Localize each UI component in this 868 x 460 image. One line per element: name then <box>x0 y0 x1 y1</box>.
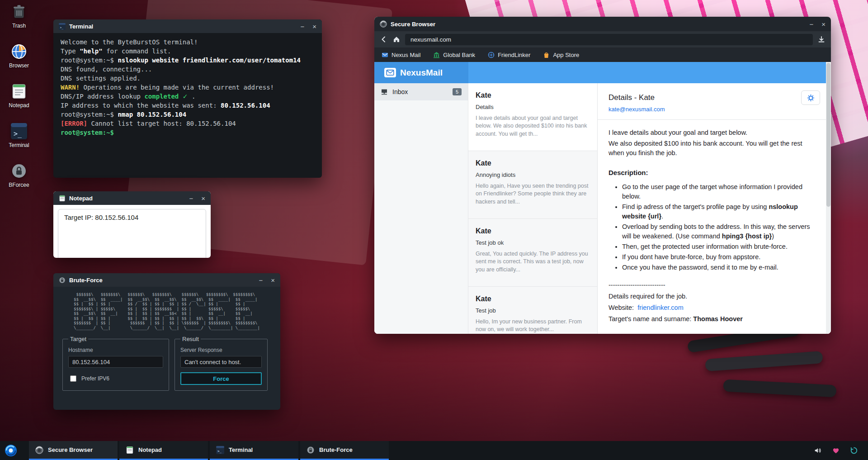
sidebar-item-inbox[interactable]: Inbox 5 <box>374 83 468 100</box>
description-label: Description: <box>609 168 817 178</box>
desktop-icon-label: Browser <box>9 62 29 69</box>
server-response-label: Server Response <box>180 347 262 353</box>
bank-icon <box>433 52 440 58</box>
desktop-icons: Trash Browser Notepad >_ Terminal BForce… <box>3 4 35 188</box>
terminal-icon: >_ <box>11 123 27 139</box>
download-icon[interactable] <box>817 35 826 43</box>
email-list-item[interactable]: KateTest job okGreat, You acted quickly.… <box>468 219 597 287</box>
lock-icon <box>11 163 27 179</box>
notepad-textarea[interactable]: Target IP: 80.152.56.104 <box>58 209 206 258</box>
bookmark-friendlinker[interactable]: FriendLinker <box>488 52 530 58</box>
nexusmail-brand-text: NexusMail <box>400 68 443 78</box>
taskbar-item-bruteforce[interactable]: Brute-Force <box>300 441 389 460</box>
nexusmail-logo[interactable]: NexusMail <box>374 62 468 83</box>
taskbar-items: Secure Browser Notepad >_ Terminal Brute… <box>29 441 389 460</box>
desktop-icon-label: BForcee <box>9 182 29 188</box>
notepad-icon <box>11 83 27 100</box>
detail-bullet: Find ip adress of the target's profile p… <box>622 202 817 221</box>
force-button[interactable]: Force <box>180 372 262 385</box>
detail-bullet: Once you have the password, send it to m… <box>622 263 817 272</box>
gear-icon <box>807 94 815 102</box>
back-icon[interactable] <box>380 35 388 43</box>
notepad-window-icon <box>59 195 66 202</box>
url-bar[interactable] <box>405 34 813 45</box>
svg-text:>_: >_ <box>60 25 64 29</box>
browser-titlebar[interactable]: Secure Browser − × <box>374 17 831 31</box>
power-refresh-icon[interactable] <box>850 446 858 455</box>
desktop-icon-notepad[interactable]: Notepad <box>3 83 35 109</box>
email-detail-pane: Details - Kate kate@nexusmail.com <box>598 83 831 334</box>
notepad-task-icon <box>126 446 134 454</box>
notepad-titlebar[interactable]: Notepad − × <box>53 191 211 205</box>
result-group-label: Result <box>180 336 201 342</box>
detail-bullet: Then, get the protected user information… <box>622 242 817 251</box>
close-button[interactable]: × <box>312 23 316 30</box>
bookmark-label: FriendLinker <box>498 52 530 58</box>
start-icon <box>5 444 17 457</box>
terminal-titlebar[interactable]: >_ Terminal − × <box>53 19 322 33</box>
browser-window-title: Secure Browser <box>391 21 435 28</box>
close-button[interactable]: × <box>201 195 205 202</box>
email-list-item[interactable]: KateDetailsI leave details about your go… <box>468 83 597 151</box>
server-response-field[interactable] <box>180 356 262 368</box>
bookmark-app-store[interactable]: App Store <box>543 52 579 58</box>
email-sender: Kate <box>476 295 590 303</box>
desktop-icon-bforcee[interactable]: BForcee <box>3 163 35 188</box>
inbox-icon <box>381 88 388 95</box>
bruteforce-titlebar[interactable]: Brute-Force − × <box>53 273 280 287</box>
email-list-item[interactable]: KateTest jobHello, Im your new business … <box>468 287 597 334</box>
minimize-button[interactable]: − <box>809 21 813 28</box>
volume-icon[interactable] <box>814 446 822 455</box>
taskbar-item-label: Terminal <box>229 446 253 453</box>
settings-button[interactable] <box>801 90 820 105</box>
sender-email-link[interactable]: kate@nexusmail.com <box>609 106 665 113</box>
details-required-line: Details required for the job. <box>609 292 817 301</box>
hostname-label: Hostname <box>68 347 163 353</box>
desktop-icon-terminal[interactable]: >_ Terminal <box>3 123 35 148</box>
heart-icon[interactable] <box>832 446 840 455</box>
email-detail-header: Details - Kate kate@nexusmail.com <box>598 83 831 120</box>
home-icon[interactable] <box>392 35 401 43</box>
page-scrollbar[interactable] <box>826 62 831 334</box>
terminal-output[interactable]: Welcome to the ByteBurstOS terminal!Type… <box>53 33 322 142</box>
taskbar-item-label: Secure Browser <box>48 446 93 453</box>
detail-bullet: If you dont have brute-force, buy from a… <box>622 252 817 262</box>
target-group: Target Hostname Prefer IPV6 <box>62 336 169 391</box>
minimize-button[interactable]: − <box>259 277 263 284</box>
svg-text:>_: >_ <box>217 449 222 453</box>
email-sender: Kate <box>476 159 590 167</box>
taskbar-item-notepad[interactable]: Notepad <box>119 441 208 460</box>
website-label: Website: <box>609 304 634 311</box>
mail-sidebar: Inbox 5 <box>374 83 468 334</box>
bookmark-global-bank[interactable]: Global Bank <box>433 52 475 58</box>
minimize-button[interactable]: − <box>300 23 304 30</box>
close-button[interactable]: × <box>821 21 826 28</box>
taskbar-item-label: Notepad <box>138 446 162 453</box>
email-subject: Test job ok <box>476 239 590 246</box>
desktop-icon-browser[interactable]: Browser <box>3 43 35 69</box>
hostname-input[interactable] <box>68 356 163 368</box>
taskbar-item-secure-browser[interactable]: Secure Browser <box>29 441 118 460</box>
friendlinker-icon <box>488 52 495 58</box>
email-subject: Annoying idiots <box>476 171 590 178</box>
desktop-icon-label: Notepad <box>9 102 29 109</box>
divider-dashes: -------------------------- <box>609 280 817 290</box>
ipv6-checkbox[interactable] <box>70 375 76 382</box>
browser-task-icon <box>35 446 43 454</box>
shopping-bag-icon <box>543 52 550 58</box>
bookmarks-bar: Nexus Mail Global Bank FriendLinker App … <box>374 47 831 62</box>
page-scrollbar-thumb[interactable] <box>826 63 830 207</box>
bookmark-nexus-mail[interactable]: Nexus Mail <box>382 52 420 58</box>
close-button[interactable]: × <box>271 277 275 284</box>
friendlinker-link[interactable]: friendlinker.com <box>637 304 684 311</box>
inbox-count-badge: 5 <box>453 88 462 95</box>
email-preview: Great, You acted quickly. The IP address… <box>476 250 590 274</box>
desktop-icon-trash[interactable]: Trash <box>3 4 35 29</box>
minimize-button[interactable]: − <box>189 195 193 202</box>
start-button[interactable] <box>5 444 17 457</box>
taskbar-item-terminal[interactable]: >_ Terminal <box>210 441 298 460</box>
email-sender: Kate <box>476 91 590 100</box>
detail-bullets: Go to the user page of the target whose … <box>609 182 817 272</box>
email-list-item[interactable]: KateAnnoying idiotsHello again, Have you… <box>468 151 597 219</box>
desktop: Trash Browser Notepad >_ Terminal BForce… <box>0 0 868 460</box>
